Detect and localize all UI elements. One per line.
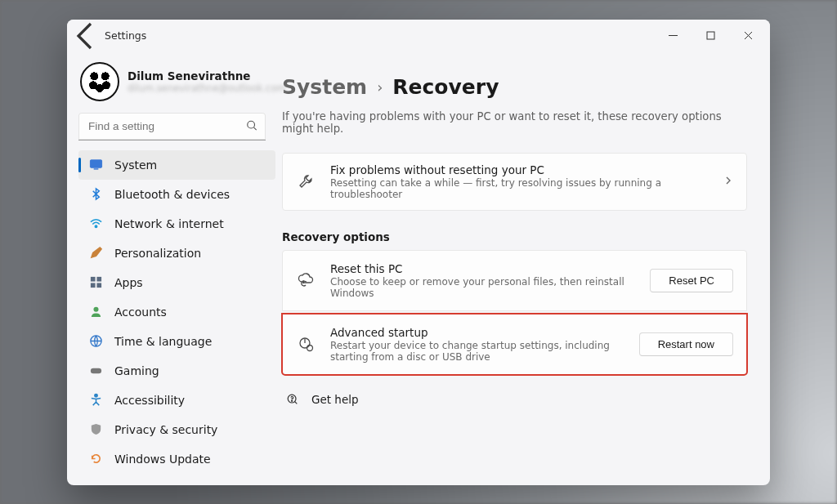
recovery-section-label: Recovery options — [282, 230, 747, 243]
svg-rect-3 — [93, 168, 98, 169]
search-container — [78, 113, 266, 140]
profile-name: Dilum Senevirathne — [128, 69, 286, 83]
advanced-startup-desc: Restart your device to change startup se… — [330, 340, 624, 363]
troubleshoot-title: Fix problems without resetting your PC — [330, 163, 709, 176]
chevron-right-icon: › — [377, 78, 383, 96]
nav-list: System Bluetooth & devices Network & int… — [78, 150, 275, 474]
cloud-reset-icon — [296, 271, 316, 289]
back-arrow-icon — [70, 20, 103, 52]
svg-rect-8 — [96, 283, 101, 288]
svg-rect-7 — [90, 283, 95, 288]
close-button[interactable] — [729, 23, 767, 49]
wifi-icon — [88, 216, 103, 231]
svg-point-16 — [292, 400, 293, 401]
reset-pc-button[interactable]: Reset PC — [650, 269, 733, 292]
gamepad-icon — [88, 364, 103, 378]
reset-pc-title: Reset this PC — [330, 262, 635, 275]
svg-point-4 — [95, 225, 96, 227]
sidebar-item-network[interactable]: Network & internet — [78, 209, 275, 239]
sidebar-item-label: System — [114, 158, 157, 172]
page-subtext: If you're having problems with your PC o… — [282, 110, 747, 135]
globe-icon — [88, 334, 103, 349]
sidebar-item-label: Accounts — [114, 306, 167, 319]
troubleshoot-desc: Resetting can take a while — first, try … — [330, 177, 709, 200]
svg-rect-5 — [90, 277, 95, 282]
sidebar-item-label: Time & language — [114, 335, 212, 348]
svg-point-9 — [93, 307, 98, 312]
advanced-startup-title: Advanced startup — [330, 326, 624, 339]
breadcrumb-parent[interactable]: System — [282, 75, 367, 99]
power-gear-icon — [296, 335, 316, 353]
svg-rect-6 — [96, 277, 101, 282]
sidebar-item-label: Windows Update — [114, 453, 211, 466]
sidebar-item-label: Gaming — [114, 364, 159, 377]
minimize-button[interactable] — [654, 23, 692, 49]
shield-icon — [88, 422, 103, 437]
reset-pc-desc: Choose to keep or remove your personal f… — [330, 276, 635, 299]
sidebar-item-label: Accessibility — [114, 394, 185, 407]
person-icon — [88, 305, 103, 319]
minimize-icon — [669, 31, 678, 40]
sidebar-item-privacy[interactable]: Privacy & security — [78, 415, 275, 444]
sidebar-item-personalization[interactable]: Personalization — [78, 239, 275, 268]
apps-icon — [88, 275, 103, 290]
help-icon — [285, 393, 300, 406]
titlebar: Settings — [67, 20, 770, 52]
svg-point-12 — [94, 395, 96, 397]
sidebar-item-label: Bluetooth & devices — [114, 188, 230, 201]
chevron-right-icon — [723, 175, 733, 188]
sidebar: Dilum Senevirathne dilum.senevirathne@ou… — [67, 52, 275, 485]
restart-now-button[interactable]: Restart now — [639, 332, 733, 356]
accessibility-icon — [88, 393, 103, 408]
system-icon — [88, 158, 103, 172]
sidebar-item-label: Personalization — [114, 247, 201, 260]
svg-rect-2 — [90, 160, 101, 167]
advanced-startup-row: Advanced startup Restart your device to … — [282, 314, 747, 375]
get-help-link[interactable]: Get help — [282, 393, 747, 406]
search-input[interactable] — [78, 113, 266, 140]
reset-pc-row: Reset this PC Choose to keep or remove y… — [282, 250, 747, 311]
sidebar-item-accessibility[interactable]: Accessibility — [78, 386, 275, 415]
sidebar-item-label: Apps — [114, 276, 143, 289]
breadcrumb: System › Recovery — [282, 75, 747, 99]
avatar — [80, 62, 119, 101]
svg-rect-11 — [90, 368, 101, 374]
profile-block[interactable]: Dilum Senevirathne dilum.senevirathne@ou… — [78, 57, 275, 113]
app-title: Settings — [105, 29, 146, 42]
profile-email: dilum.senevirathne@outlook.com — [128, 83, 286, 94]
bluetooth-icon — [88, 187, 103, 202]
sidebar-item-bluetooth[interactable]: Bluetooth & devices — [78, 180, 275, 209]
troubleshoot-card[interactable]: Fix problems without resetting your PC R… — [282, 153, 747, 211]
close-icon — [744, 31, 753, 40]
maximize-button[interactable] — [692, 23, 729, 49]
main-content: System › Recovery If you're having probl… — [275, 52, 770, 485]
brush-icon — [88, 246, 103, 261]
sidebar-item-system[interactable]: System — [78, 150, 275, 180]
wrench-icon — [296, 173, 316, 190]
sidebar-item-windows-update[interactable]: Windows Update — [78, 444, 275, 474]
get-help-label: Get help — [311, 393, 359, 406]
sidebar-item-accounts[interactable]: Accounts — [78, 297, 275, 327]
sidebar-item-time-language[interactable]: Time & language — [78, 327, 275, 356]
settings-window: Settings Dilum Senevirathne dilum.senevi… — [67, 20, 770, 485]
sidebar-item-label: Network & internet — [114, 217, 224, 230]
sidebar-item-apps[interactable]: Apps — [78, 268, 275, 297]
maximize-icon — [706, 31, 715, 40]
back-button[interactable] — [70, 20, 103, 52]
sidebar-item-label: Privacy & security — [114, 423, 217, 436]
recovery-options-group: Reset this PC Choose to keep or remove y… — [282, 250, 747, 375]
page-title: Recovery — [392, 75, 499, 99]
sidebar-item-gaming[interactable]: Gaming — [78, 356, 275, 386]
update-icon — [88, 452, 103, 466]
svg-rect-0 — [707, 32, 714, 39]
